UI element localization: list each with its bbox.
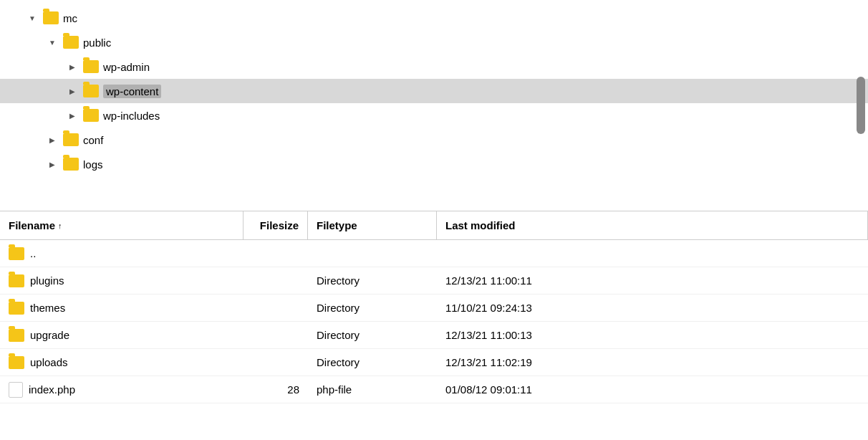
tree-item-logs[interactable]: logs <box>0 152 868 176</box>
tree-label-public: public <box>83 37 111 49</box>
file-cell-uploads-name: uploads <box>0 349 243 376</box>
chevron-logs <box>46 158 59 171</box>
folder-icon-wp-admin <box>83 60 99 73</box>
file-label-index-php: index.php <box>29 383 75 396</box>
file-cell-plugins-size <box>243 267 308 294</box>
tree-label-wp-admin: wp-admin <box>103 61 150 73</box>
file-cell-dotdot-size <box>243 240 308 267</box>
file-label-dotdot: .. <box>30 247 36 259</box>
file-cell-uploads-type: Directory <box>308 349 437 376</box>
file-cell-plugins-name: plugins <box>0 267 243 294</box>
folder-icon-wp-includes <box>83 109 99 122</box>
file-label-plugins: plugins <box>30 274 64 287</box>
folder-icon-themes <box>9 302 24 315</box>
file-cell-plugins-date: 12/13/21 11:00:11 <box>437 267 868 294</box>
file-cell-uploads-size <box>243 349 308 376</box>
file-row-upgrade[interactable]: upgrade Directory 12/13/21 11:00:13 <box>0 322 868 349</box>
file-cell-upgrade-size <box>243 322 308 348</box>
file-row-plugins[interactable]: plugins Directory 12/13/21 11:00:11 <box>0 267 868 295</box>
tree-item-conf[interactable]: conf <box>0 128 868 152</box>
file-cell-themes-date: 11/10/21 09:24:13 <box>437 295 868 321</box>
file-cell-themes-name: themes <box>0 295 243 321</box>
tree-item-wp-admin[interactable]: wp-admin <box>0 54 868 79</box>
header-filename[interactable]: Filename ↑ <box>0 211 243 239</box>
header-filesize[interactable]: Filesize <box>243 211 308 239</box>
folder-icon-conf <box>63 133 79 146</box>
tree-scroll-area: mc public wp-admin wp-content wp-include… <box>0 0 868 211</box>
file-row-uploads[interactable]: uploads Directory 12/13/21 11:02:19 <box>0 349 868 376</box>
tree-label-wp-includes: wp-includes <box>103 110 160 122</box>
file-cell-themes-type: Directory <box>308 295 437 321</box>
file-cell-upgrade-date: 12/13/21 11:00:13 <box>437 322 868 348</box>
chevron-wp-content <box>66 85 79 97</box>
folder-icon-app <box>43 11 59 24</box>
chevron-public <box>46 36 59 49</box>
file-cell-upgrade-name: upgrade <box>0 322 243 348</box>
chevron-wp-includes <box>66 109 79 122</box>
file-cell-index-php-name: index.php <box>0 376 243 403</box>
file-cell-index-php-size: 28 <box>243 376 308 403</box>
file-panel: Filename ↑ Filesize Filetype Last modifi… <box>0 211 868 440</box>
tree-item-wp-content[interactable]: wp-content <box>0 79 868 103</box>
file-list: .. plugins Directory 12/13/21 11:00:11 t… <box>0 240 868 440</box>
file-cell-dotdot-date <box>437 240 868 267</box>
folder-icon-logs <box>63 158 79 171</box>
folder-icon-public <box>63 36 79 49</box>
tree-panel: mc public wp-admin wp-content wp-include… <box>0 0 868 211</box>
chevron-wp-admin <box>66 60 79 73</box>
file-row-dotdot[interactable]: .. <box>0 240 868 267</box>
header-filetype[interactable]: Filetype <box>308 211 437 239</box>
folder-icon-wp-content <box>83 85 99 97</box>
file-icon-index-php <box>9 382 23 398</box>
tree-label-logs: logs <box>83 158 103 171</box>
file-cell-index-php-type: php-file <box>308 376 437 403</box>
file-cell-upgrade-type: Directory <box>308 322 437 348</box>
tree-label-conf: conf <box>83 134 103 146</box>
header-lastmodified[interactable]: Last modified <box>437 211 868 239</box>
tree-item-public[interactable]: public <box>0 30 868 54</box>
file-cell-themes-size <box>243 295 308 321</box>
file-cell-plugins-type: Directory <box>308 267 437 294</box>
chevron-conf <box>46 133 59 146</box>
file-row-index-php[interactable]: index.php 28 php-file 01/08/12 09:01:11 <box>0 376 868 403</box>
folder-icon-uploads <box>9 356 24 369</box>
file-cell-uploads-date: 12/13/21 11:02:19 <box>437 349 868 376</box>
sort-arrow-icon: ↑ <box>58 221 62 230</box>
file-list-header: Filename ↑ Filesize Filetype Last modifi… <box>0 211 868 240</box>
tree-item-wp-includes[interactable]: wp-includes <box>0 103 868 128</box>
folder-icon-upgrade <box>9 329 24 342</box>
chevron-app <box>26 11 39 24</box>
folder-icon-plugins <box>9 274 24 287</box>
scrollbar[interactable] <box>857 77 865 134</box>
folder-icon-dotdot <box>9 247 24 260</box>
tree-item-app[interactable]: mc <box>0 6 868 30</box>
file-cell-index-php-date: 01/08/12 09:01:11 <box>437 376 868 403</box>
file-row-themes[interactable]: themes Directory 11/10/21 09:24:13 <box>0 295 868 322</box>
tree-label-app: mc <box>63 12 77 24</box>
tree-label-wp-content: wp-content <box>103 85 161 98</box>
file-cell-dotdot-name: .. <box>0 240 243 267</box>
file-label-themes: themes <box>30 302 65 314</box>
file-label-upgrade: upgrade <box>30 329 69 341</box>
file-label-uploads: uploads <box>30 356 68 368</box>
file-cell-dotdot-type <box>308 240 437 267</box>
